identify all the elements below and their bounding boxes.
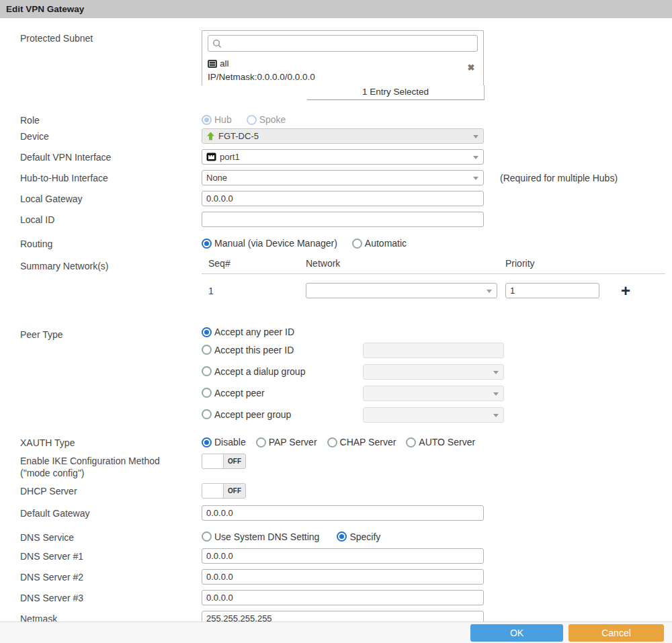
dns-server-2-label: DNS Server #2 bbox=[20, 569, 202, 583]
protected-subnet-box: all IP/Netmask:0.0.0.0/0.0.0.0 ✖ bbox=[202, 30, 484, 85]
row-default-gateway: Default Gateway bbox=[20, 505, 665, 521]
toggle-knob bbox=[202, 484, 224, 498]
remove-entry-icon[interactable]: ✖ bbox=[464, 57, 478, 84]
accept-this-peer-id-radio[interactable]: Accept this peer ID bbox=[202, 345, 294, 355]
local-gateway-label: Local Gateway bbox=[20, 191, 202, 205]
dns-server-1-label: DNS Server #1 bbox=[20, 548, 202, 562]
local-id-label: Local ID bbox=[20, 212, 202, 226]
accept-any-peer-id-radio[interactable]: Accept any peer ID bbox=[202, 327, 294, 337]
subnet-entry: all IP/Netmask:0.0.0.0/0.0.0.0 ✖ bbox=[208, 57, 478, 85]
chevron-down-icon bbox=[473, 135, 478, 138]
seq-header: Seq# bbox=[202, 258, 306, 269]
radio-icon bbox=[202, 531, 212, 542]
row-hub-to-hub-interface: Hub-to-Hub Interface None (Required for … bbox=[20, 170, 665, 185]
dns-server-1-input[interactable] bbox=[202, 548, 484, 564]
routing-manual-radio[interactable]: Manual (via Device Manager) bbox=[202, 238, 337, 249]
peer-type-any-row: Accept any peer ID bbox=[202, 327, 511, 337]
network-select[interactable] bbox=[306, 283, 497, 298]
chevron-down-icon bbox=[487, 290, 492, 293]
hub-to-hub-note: (Required for multiple Hubs) bbox=[500, 170, 618, 183]
default-vpn-interface-select[interactable]: port1 bbox=[202, 149, 484, 165]
dns-server-2-input[interactable] bbox=[202, 569, 484, 585]
hub-to-hub-interface-label: Hub-to-Hub Interface bbox=[20, 170, 202, 184]
radio-icon bbox=[256, 437, 266, 447]
default-gateway-input[interactable] bbox=[202, 505, 484, 521]
hub-to-hub-interface-select[interactable]: None bbox=[202, 170, 484, 185]
ok-button[interactable]: OK bbox=[470, 624, 563, 642]
row-protected-subnet: Protected Subnet bbox=[20, 30, 665, 100]
network-header: Network bbox=[306, 258, 505, 269]
local-gateway-input[interactable] bbox=[202, 191, 484, 206]
protected-subnet-label: Protected Subnet bbox=[20, 30, 202, 44]
accept-peer-radio[interactable]: Accept peer bbox=[202, 388, 265, 398]
radio-icon bbox=[202, 437, 212, 447]
device-up-icon bbox=[206, 132, 215, 140]
xauth-auto-radio[interactable]: AUTO Server bbox=[406, 437, 475, 447]
chevron-down-icon bbox=[493, 414, 499, 417]
row-summary-networks: Summary Network(s) Seq# Network Priority… bbox=[20, 258, 665, 298]
search-icon bbox=[212, 39, 222, 48]
peer-type-this-row: Accept this peer ID bbox=[202, 343, 511, 358]
default-vpn-interface-label: Default VPN Interface bbox=[20, 149, 202, 163]
add-row-icon[interactable]: + bbox=[621, 284, 630, 298]
row-dns-server-3: DNS Server #3 bbox=[20, 590, 665, 605]
row-peer-type: Peer Type Accept any peer ID Accept this… bbox=[20, 327, 665, 423]
device-label: Device bbox=[20, 128, 202, 142]
dns-system-radio[interactable]: Use System DNS Setting bbox=[202, 531, 319, 542]
role-spoke-radio[interactable]: Spoke bbox=[247, 114, 286, 125]
dns-server-3-input[interactable] bbox=[202, 590, 484, 605]
radio-icon bbox=[202, 409, 212, 419]
summary-networks-header: Seq# Network Priority bbox=[202, 258, 665, 274]
dns-server-3-label: DNS Server #3 bbox=[20, 590, 202, 604]
dhcp-server-toggle[interactable]: OFF bbox=[202, 483, 246, 499]
radio-icon bbox=[406, 437, 416, 447]
toggle-state: OFF bbox=[224, 484, 245, 498]
accept-peer-group-radio[interactable]: Accept peer group bbox=[202, 409, 291, 420]
dns-specify-radio[interactable]: Specify bbox=[337, 531, 380, 542]
cancel-button[interactable]: Cancel bbox=[569, 624, 664, 642]
row-routing: Routing Manual (via Device Manager) Auto… bbox=[20, 236, 665, 250]
row-xauth-type: XAUTH Type Disable PAP Server CHAP Serve… bbox=[20, 435, 665, 449]
peer-group-select bbox=[363, 407, 504, 423]
radio-icon bbox=[202, 327, 212, 337]
summary-network-row: 1 + bbox=[202, 283, 665, 298]
entry-selected-status: 1 Entry Selected bbox=[307, 85, 485, 100]
role-label: Role bbox=[20, 112, 202, 126]
row-local-id: Local ID bbox=[20, 212, 665, 227]
row-role: Role Hub Spoke bbox=[20, 112, 665, 126]
peer-type-label: Peer Type bbox=[20, 327, 202, 341]
chevron-down-icon bbox=[493, 392, 499, 396]
dialog-titlebar: Edit VPN Gateway bbox=[0, 0, 672, 18]
row-dns-server-2: DNS Server #2 bbox=[20, 569, 665, 585]
priority-input[interactable] bbox=[505, 283, 599, 298]
seq-value: 1 bbox=[202, 286, 306, 296]
routing-label: Routing bbox=[20, 236, 202, 250]
radio-icon bbox=[202, 115, 212, 125]
address-object-icon bbox=[208, 60, 217, 68]
protected-subnet-search[interactable] bbox=[208, 35, 478, 52]
ike-config-toggle[interactable]: OFF bbox=[202, 454, 246, 469]
device-select[interactable]: FGT-DC-5 bbox=[202, 128, 484, 144]
peer-type-peer-row: Accept peer bbox=[202, 386, 511, 401]
role-hub-radio[interactable]: Hub bbox=[202, 114, 232, 125]
radio-icon bbox=[202, 366, 212, 376]
peer-type-dialup-row: Accept a dialup group bbox=[202, 364, 511, 380]
accept-dialup-group-radio[interactable]: Accept a dialup group bbox=[202, 366, 305, 377]
peer-type-peer-group-row: Accept peer group bbox=[202, 407, 511, 423]
routing-automatic-radio[interactable]: Automatic bbox=[352, 238, 407, 249]
hub-to-hub-interface-value: None bbox=[206, 173, 227, 183]
toggle-knob bbox=[202, 454, 224, 468]
chevron-down-icon bbox=[493, 371, 499, 374]
radio-icon bbox=[247, 115, 257, 125]
radio-icon bbox=[202, 345, 212, 355]
priority-header: Priority bbox=[505, 258, 535, 269]
local-id-input[interactable] bbox=[202, 212, 484, 227]
xauth-disable-radio[interactable]: Disable bbox=[202, 437, 246, 447]
xauth-pap-radio[interactable]: PAP Server bbox=[256, 437, 317, 447]
search-input[interactable] bbox=[225, 38, 473, 49]
dialup-group-select bbox=[363, 364, 504, 380]
row-ike-config-method: Enable IKE Configuration Method ("mode c… bbox=[20, 453, 665, 479]
default-gateway-label: Default Gateway bbox=[20, 505, 202, 519]
port-icon bbox=[206, 153, 216, 161]
xauth-chap-radio[interactable]: CHAP Server bbox=[327, 437, 396, 447]
